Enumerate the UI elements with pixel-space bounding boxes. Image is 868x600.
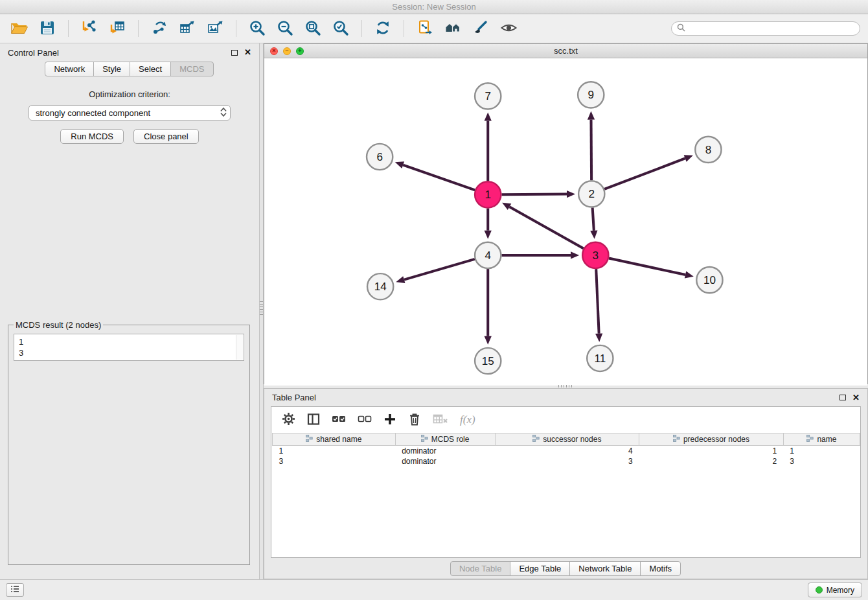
save-session-button[interactable] [36,17,59,40]
import-network-button[interactable] [78,17,101,40]
zoom-out-button[interactable] [273,17,297,40]
graph-node-15[interactable]: 15 [475,348,501,374]
tab-style[interactable]: Style [93,62,130,76]
minimize-window-icon[interactable]: − [283,47,291,55]
run-mcds-button[interactable]: Run MCDS [60,129,124,144]
table-settings-button[interactable] [282,412,295,428]
maximize-window-icon[interactable]: + [296,47,304,55]
deselect-all-button[interactable] [358,414,372,426]
graph-node-4[interactable]: 4 [475,242,501,268]
graph-node-11[interactable]: 11 [587,345,613,371]
table-cell[interactable]: 4 [495,446,639,456]
function-builder-button[interactable]: f(x) [460,413,475,426]
column-header-predecessor-nodes[interactable]: predecessor nodes [639,433,784,446]
tab-edge-table[interactable]: Edge Table [510,561,570,576]
graph-edge-3-11[interactable] [596,269,599,334]
criterion-dropdown[interactable]: strongly connected component [29,105,231,121]
memory-button[interactable]: Memory [808,583,862,597]
export-network-button[interactable] [148,17,171,40]
svg-text:9: 9 [588,89,594,101]
graph-edge-1-2[interactable] [501,194,567,195]
graph-edge-3-1[interactable] [510,207,584,248]
table-cell[interactable]: dominator [395,456,495,467]
network-canvas[interactable]: 7968124314101511 [264,58,867,386]
delete-column-button[interactable] [408,412,421,428]
tab-motifs[interactable]: Motifs [640,561,681,576]
column-header-successor-nodes[interactable]: successor nodes [495,433,639,446]
close-panel-icon[interactable]: ✕ [244,49,251,56]
graph-node-1[interactable]: 1 [475,181,501,207]
vertical-splitter[interactable] [259,43,264,579]
table-cell[interactable]: 3 [273,456,396,467]
search-text-field[interactable] [689,24,854,33]
close-panel-button[interactable]: Close panel [133,129,199,144]
column-header-shared-name[interactable]: shared name [273,433,396,446]
graph-edge-2-9[interactable] [591,120,592,181]
column-header-mcds-role[interactable]: MCDS role [395,433,495,446]
apply-layout-button[interactable] [371,17,394,40]
float-panel-icon[interactable] [839,395,846,400]
table-cell[interactable]: 3 [783,456,860,467]
open-session-button[interactable] [8,17,31,40]
table-cell[interactable]: 3 [495,456,639,467]
tab-node-table[interactable]: Node Table [450,561,511,576]
close-panel-icon[interactable]: ✕ [852,395,860,401]
graph-node-10[interactable]: 10 [696,267,722,293]
splitter-grip-icon[interactable] [260,301,263,316]
zoom-in-button[interactable] [246,17,269,40]
new-column-button[interactable] [383,413,396,428]
graph-node-14[interactable]: 14 [367,273,393,299]
graph-edge-4-14[interactable] [404,259,475,280]
first-neighbors-button[interactable] [441,17,464,40]
graph-edge-2-3[interactable] [593,207,594,230]
table-row[interactable]: 3dominator323 [273,456,860,467]
tab-select[interactable]: Select [130,62,171,76]
style-brush-button[interactable] [469,17,492,40]
mcds-result-list[interactable]: 13 [14,334,244,361]
export-table-button[interactable] [176,17,199,40]
tab-network[interactable]: Network [45,62,94,76]
splitter-grip-icon[interactable] [558,385,573,387]
zoom-fit-button[interactable] [301,17,325,40]
graph-edge-3-10[interactable] [609,258,685,275]
open-folder-icon [10,20,29,38]
gear-icon [282,412,295,428]
network-window-titlebar[interactable]: scc.txt × − + [264,44,867,58]
delete-table-button[interactable] [433,413,448,427]
show-hide-graphics-button[interactable] [497,17,520,40]
graph-edge-1-6[interactable] [403,165,475,190]
select-all-button[interactable] [332,414,346,426]
edge-arrowhead [595,334,602,342]
show-column-button[interactable] [307,413,320,428]
result-scrollbar[interactable] [236,335,243,360]
graph-node-8[interactable]: 8 [695,137,721,163]
column-header-name[interactable]: name [783,433,860,446]
float-panel-icon[interactable] [231,50,238,56]
graph-node-9[interactable]: 9 [578,82,604,108]
table-cell[interactable]: 2 [639,456,784,467]
table-row[interactable]: 1dominator411 [273,446,860,456]
table-cell[interactable]: 1 [273,446,396,456]
show-panels-button[interactable] [6,583,24,597]
network-graph[interactable]: 7968124314101511 [264,58,867,386]
graph-node-6[interactable]: 6 [367,144,393,170]
import-table-button[interactable] [106,17,129,40]
graph-node-7[interactable]: 7 [475,83,501,109]
export-image-button[interactable] [203,17,227,40]
tab-network-table[interactable]: Network Table [569,561,641,576]
table-cell[interactable]: 1 [783,446,860,456]
horizontal-splitter[interactable] [264,384,868,388]
mcds-result-item[interactable]: 1 [19,336,239,347]
network-from-clipboard-button[interactable] [413,17,437,40]
graph-node-2[interactable]: 2 [578,181,604,207]
table-cell[interactable]: 1 [639,446,784,456]
graph-edge-2-8[interactable] [604,158,685,189]
close-window-icon[interactable]: × [270,47,278,55]
mcds-result-item[interactable]: 3 [19,347,239,358]
svg-text:7: 7 [485,90,491,102]
search-input[interactable] [671,21,860,36]
tab-mcds[interactable]: MCDS [170,62,213,76]
zoom-selected-button[interactable] [329,17,352,40]
graph-node-3[interactable]: 3 [582,242,608,268]
table-cell[interactable]: dominator [395,446,495,456]
